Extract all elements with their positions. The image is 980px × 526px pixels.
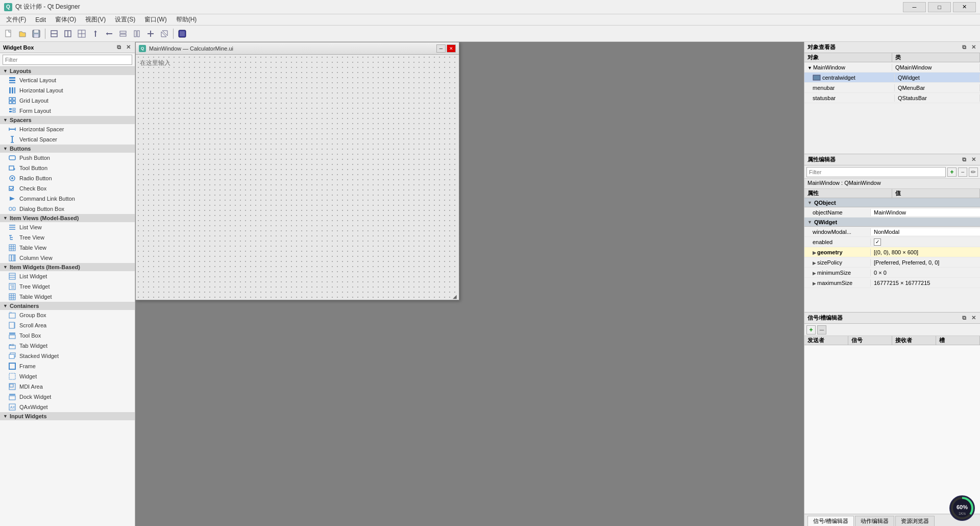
item-radio-button[interactable]: Radio Button (0, 173, 135, 183)
item-qaxwidget[interactable]: AX QAxWidget (0, 402, 135, 412)
item-vertical-layout[interactable]: Vertical Layout (0, 75, 135, 85)
qobject-expand[interactable]: ▼ (807, 200, 812, 205)
sizepolicy-expand[interactable]: ▶ (813, 260, 816, 266)
prop-edit-btn[interactable]: ✏ (969, 168, 978, 177)
preview-btn[interactable] (176, 27, 189, 40)
enabled-checkbox[interactable]: ✓ (874, 238, 881, 246)
prop-value-objectname[interactable]: MainWindow (871, 209, 980, 216)
btn-t7[interactable] (130, 27, 143, 40)
item-tool-button[interactable]: Tool Button (0, 163, 135, 173)
new-btn[interactable] (2, 27, 15, 40)
menu-help[interactable]: 帮助(H) (172, 14, 201, 25)
item-dock-widget[interactable]: Dock Widget (0, 392, 135, 402)
item-check-box[interactable]: Check Box (0, 183, 135, 194)
prop-row-enabled[interactable]: enabled ✓ (804, 237, 980, 247)
object-inspector-close-btn[interactable]: ✕ (970, 44, 977, 51)
item-mdi-area[interactable]: MDI Area (0, 381, 135, 392)
item-tool-box[interactable]: Tool Box (0, 330, 135, 341)
prop-row-windowmodal[interactable]: windowModal... NonModal (804, 227, 980, 237)
save-btn[interactable] (30, 27, 43, 40)
item-grid-layout[interactable]: Grid Layout (0, 95, 135, 106)
form-close-btn[interactable]: ✕ (447, 44, 456, 53)
inspector-row-centralwidget[interactable]: centralwidget QWidget (804, 73, 980, 83)
expand-mainwindow[interactable]: ▼ (807, 65, 812, 70)
geometry-expand[interactable]: ▶ (813, 250, 816, 255)
form-resize-handle[interactable]: ◢ (453, 294, 458, 299)
qwidget-expand[interactable]: ▼ (807, 220, 812, 225)
item-scroll-area[interactable]: Scroll Area (0, 320, 135, 330)
item-table-widget[interactable]: Table Widget (0, 292, 135, 302)
item-widget[interactable]: Widget (0, 371, 135, 381)
category-layouts[interactable]: ▼ Layouts (0, 67, 135, 75)
widget-box-close-btn[interactable]: ✕ (125, 44, 132, 51)
prop-value-windowmodal[interactable]: NonModal (871, 228, 980, 235)
item-frame[interactable]: Frame (0, 361, 135, 371)
item-horizontal-spacer[interactable]: Horizontal Spacer (0, 124, 135, 134)
signal-editor-float-btn[interactable]: ⧉ (961, 315, 968, 322)
item-list-widget[interactable]: List Widget (0, 271, 135, 281)
property-editor-close-btn[interactable]: ✕ (970, 156, 977, 163)
item-tree-view[interactable]: Tree View (0, 232, 135, 243)
btn-t3[interactable] (75, 27, 88, 40)
menu-window[interactable]: 窗口(W) (140, 14, 170, 25)
item-horizontal-layout[interactable]: Horizontal Layout (0, 85, 135, 95)
btn-t1[interactable] (47, 27, 61, 40)
prop-row-objectname[interactable]: objectName MainWindow (804, 207, 980, 218)
tab-action-editor[interactable]: 动作编辑器 (855, 516, 894, 526)
item-tab-widget[interactable]: Tab Widget (0, 341, 135, 351)
btn-t2[interactable] (61, 27, 75, 40)
inspector-row-menubar[interactable]: menubar QMenuBar (804, 83, 980, 93)
prop-add-btn[interactable]: + (947, 168, 957, 177)
widget-filter-input[interactable] (3, 55, 132, 65)
btn-t9[interactable] (158, 27, 171, 40)
category-item-widgets[interactable]: ▼ Item Widgets (Item-Based) (0, 263, 135, 271)
menu-file[interactable]: 文件(F) (2, 14, 30, 25)
category-containers[interactable]: ▼ Containers (0, 302, 135, 310)
category-item-views[interactable]: ▼ Item Views (Model-Based) (0, 214, 135, 222)
prop-minus-btn[interactable]: − (958, 168, 967, 177)
signal-add-btn[interactable]: + (806, 325, 816, 334)
menu-form[interactable]: 窗体(O) (51, 14, 80, 25)
inspector-row-mainwindow[interactable]: ▼MainWindow QMainWindow (804, 62, 980, 73)
signal-minus-btn[interactable]: ─ (817, 325, 826, 334)
item-group-box[interactable]: G Group Box (0, 310, 135, 320)
category-spacers[interactable]: ▼ Spacers (0, 116, 135, 124)
item-column-view[interactable]: Column View (0, 253, 135, 263)
open-btn[interactable] (16, 27, 29, 40)
minimize-btn[interactable]: ─ (903, 2, 926, 12)
category-buttons[interactable]: ▼ Buttons (0, 145, 135, 153)
signal-editor-close-btn[interactable]: ✕ (970, 315, 977, 322)
item-form-layout[interactable]: Form Layout (0, 106, 135, 116)
maximumsize-expand[interactable]: ▶ (813, 281, 816, 286)
item-command-link-button[interactable]: Command Link Button (0, 194, 135, 204)
item-stacked-widget[interactable]: Stacked Widget (0, 351, 135, 361)
menu-settings[interactable]: 设置(S) (111, 14, 139, 25)
tab-signal-slot[interactable]: 信号/槽编辑器 (807, 516, 854, 526)
btn-t5[interactable] (103, 27, 116, 40)
prop-row-sizepolicy[interactable]: ▶sizePolicy [Preferred, Preferred, 0, 0] (804, 257, 980, 268)
tab-resource-browser[interactable]: 资源浏览器 (895, 516, 935, 526)
widget-box-float-btn[interactable]: ⧉ (115, 44, 122, 51)
prop-row-maximumsize[interactable]: ▶maximumSize 16777215 × 16777215 (804, 278, 980, 288)
menu-edit[interactable]: Edit (31, 15, 50, 25)
btn-t6[interactable] (116, 27, 130, 40)
btn-t8[interactable] (144, 27, 157, 40)
maximize-btn[interactable]: □ (928, 2, 951, 12)
prop-filter-input[interactable] (806, 167, 946, 177)
item-dialog-button-box[interactable]: Dialog Button Box (0, 204, 135, 214)
minimumsize-expand[interactable]: ▶ (813, 271, 816, 276)
property-editor-float-btn[interactable]: ⧉ (961, 156, 968, 163)
category-input-widgets[interactable]: ▼ Input Widgets (0, 412, 135, 420)
item-tree-widget[interactable]: Tree Widget (0, 281, 135, 292)
object-inspector-float-btn[interactable]: ⧉ (961, 44, 968, 51)
item-vertical-spacer[interactable]: Vertical Spacer (0, 134, 135, 145)
form-minimize-btn[interactable]: ─ (436, 44, 446, 53)
menu-view[interactable]: 视图(V) (81, 14, 110, 25)
close-btn[interactable]: ✕ (953, 2, 976, 12)
item-table-view[interactable]: Table View (0, 243, 135, 253)
prop-row-geometry[interactable]: ▶geometry [(0, 0), 800 × 600] (804, 247, 980, 257)
item-list-view[interactable]: List View (0, 222, 135, 232)
item-push-button[interactable]: Push Button (0, 153, 135, 163)
btn-t4[interactable] (89, 27, 102, 40)
prop-value-enabled[interactable]: ✓ (871, 238, 980, 246)
